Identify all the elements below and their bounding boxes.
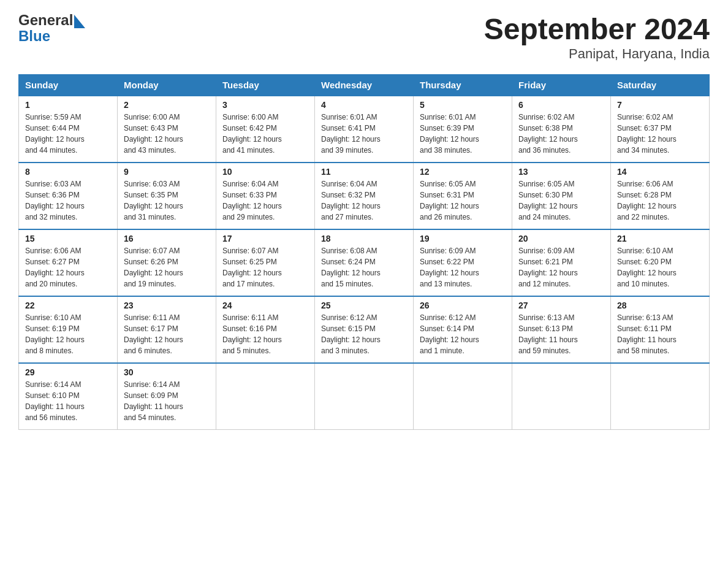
- day-number: 8: [25, 167, 111, 177]
- day-info: Sunrise: 6:09 AMSunset: 6:21 PMDaylight:…: [518, 245, 604, 289]
- weekday-header-tuesday: Tuesday: [216, 75, 315, 96]
- calendar-cell: 30Sunrise: 6:14 AMSunset: 6:09 PMDayligh…: [118, 363, 216, 430]
- day-info: Sunrise: 6:05 AMSunset: 6:31 PMDaylight:…: [420, 178, 506, 223]
- day-number: 14: [617, 167, 703, 177]
- day-info: Sunrise: 6:00 AMSunset: 6:43 PMDaylight:…: [124, 112, 210, 156]
- calendar-cell: 27Sunrise: 6:13 AMSunset: 6:13 PMDayligh…: [512, 296, 611, 363]
- logo-general-text: General: [18, 12, 73, 28]
- calendar-cell: 12Sunrise: 6:05 AMSunset: 6:31 PMDayligh…: [414, 163, 512, 229]
- day-info: Sunrise: 6:10 AMSunset: 6:19 PMDaylight:…: [25, 312, 111, 356]
- day-info: Sunrise: 6:04 AMSunset: 6:33 PMDaylight:…: [222, 178, 308, 223]
- day-number: 22: [25, 301, 111, 310]
- day-number: 12: [420, 167, 506, 177]
- day-info: Sunrise: 6:10 AMSunset: 6:20 PMDaylight:…: [617, 245, 703, 289]
- day-number: 27: [518, 301, 604, 310]
- day-number: 21: [617, 234, 703, 243]
- calendar-cell: [611, 363, 710, 430]
- weekday-header-monday: Monday: [118, 75, 216, 96]
- calendar-cell: 24Sunrise: 6:11 AMSunset: 6:16 PMDayligh…: [216, 296, 315, 363]
- day-info: Sunrise: 6:14 AMSunset: 6:09 PMDaylight:…: [124, 379, 210, 423]
- calendar-cell: [414, 363, 512, 430]
- calendar-cell: 13Sunrise: 6:05 AMSunset: 6:30 PMDayligh…: [512, 163, 611, 229]
- day-info: Sunrise: 6:07 AMSunset: 6:26 PMDaylight:…: [124, 245, 210, 289]
- day-info: Sunrise: 6:05 AMSunset: 6:30 PMDaylight:…: [518, 178, 604, 223]
- page-header: General Blue September 2024 Panipat, Har…: [18, 12, 710, 62]
- day-number: 20: [518, 234, 604, 243]
- calendar-cell: 14Sunrise: 6:06 AMSunset: 6:28 PMDayligh…: [611, 163, 710, 229]
- day-number: 18: [321, 234, 407, 243]
- day-info: Sunrise: 6:02 AMSunset: 6:38 PMDaylight:…: [518, 112, 604, 156]
- logo-triangle-icon: [74, 15, 85, 28]
- calendar-cell: 4Sunrise: 6:01 AMSunset: 6:41 PMDaylight…: [315, 96, 414, 163]
- weekday-header-row: SundayMondayTuesdayWednesdayThursdayFrid…: [19, 75, 710, 96]
- calendar-cell: [216, 363, 315, 430]
- day-info: Sunrise: 6:14 AMSunset: 6:10 PMDaylight:…: [25, 379, 111, 423]
- day-info: Sunrise: 6:11 AMSunset: 6:17 PMDaylight:…: [124, 312, 210, 356]
- calendar-cell: 16Sunrise: 6:07 AMSunset: 6:26 PMDayligh…: [118, 229, 216, 296]
- week-row-3: 15Sunrise: 6:06 AMSunset: 6:27 PMDayligh…: [19, 229, 710, 296]
- day-number: 17: [222, 234, 308, 243]
- day-number: 11: [321, 167, 407, 177]
- day-number: 9: [124, 167, 210, 177]
- day-info: Sunrise: 6:01 AMSunset: 6:41 PMDaylight:…: [321, 112, 407, 156]
- day-number: 19: [420, 234, 506, 243]
- day-info: Sunrise: 6:12 AMSunset: 6:15 PMDaylight:…: [321, 312, 407, 356]
- calendar-table: SundayMondayTuesdayWednesdayThursdayFrid…: [18, 74, 710, 430]
- day-number: 16: [124, 234, 210, 243]
- day-number: 7: [617, 100, 703, 110]
- calendar-cell: 11Sunrise: 6:04 AMSunset: 6:32 PMDayligh…: [315, 163, 414, 229]
- week-row-5: 29Sunrise: 6:14 AMSunset: 6:10 PMDayligh…: [19, 363, 710, 430]
- week-row-4: 22Sunrise: 6:10 AMSunset: 6:19 PMDayligh…: [19, 296, 710, 363]
- weekday-header-thursday: Thursday: [414, 75, 512, 96]
- title-block: September 2024 Panipat, Haryana, India: [484, 12, 710, 62]
- calendar-title: September 2024: [484, 12, 710, 46]
- calendar-body: 1Sunrise: 5:59 AMSunset: 6:44 PMDaylight…: [19, 96, 710, 430]
- weekday-header-saturday: Saturday: [611, 75, 710, 96]
- day-number: 6: [518, 100, 604, 110]
- day-number: 15: [25, 234, 111, 243]
- calendar-cell: 25Sunrise: 6:12 AMSunset: 6:15 PMDayligh…: [315, 296, 414, 363]
- calendar-cell: [512, 363, 611, 430]
- day-info: Sunrise: 6:01 AMSunset: 6:39 PMDaylight:…: [420, 112, 506, 156]
- calendar-cell: 28Sunrise: 6:13 AMSunset: 6:11 PMDayligh…: [611, 296, 710, 363]
- day-number: 1: [25, 100, 111, 110]
- calendar-cell: 19Sunrise: 6:09 AMSunset: 6:22 PMDayligh…: [414, 229, 512, 296]
- day-info: Sunrise: 6:11 AMSunset: 6:16 PMDaylight:…: [222, 312, 308, 356]
- day-number: 4: [321, 100, 407, 110]
- weekday-header-wednesday: Wednesday: [315, 75, 414, 96]
- day-number: 10: [222, 167, 308, 177]
- calendar-cell: 2Sunrise: 6:00 AMSunset: 6:43 PMDaylight…: [118, 96, 216, 163]
- day-number: 3: [222, 100, 308, 110]
- day-info: Sunrise: 6:13 AMSunset: 6:13 PMDaylight:…: [518, 312, 604, 356]
- calendar-cell: 1Sunrise: 5:59 AMSunset: 6:44 PMDaylight…: [19, 96, 118, 163]
- day-number: 25: [321, 301, 407, 310]
- day-info: Sunrise: 6:07 AMSunset: 6:25 PMDaylight:…: [222, 245, 308, 289]
- day-info: Sunrise: 6:03 AMSunset: 6:35 PMDaylight:…: [124, 178, 210, 223]
- day-info: Sunrise: 5:59 AMSunset: 6:44 PMDaylight:…: [25, 112, 111, 156]
- calendar-cell: 8Sunrise: 6:03 AMSunset: 6:36 PMDaylight…: [19, 163, 118, 229]
- day-info: Sunrise: 6:06 AMSunset: 6:28 PMDaylight:…: [617, 178, 703, 223]
- day-number: 30: [124, 367, 210, 377]
- calendar-cell: 18Sunrise: 6:08 AMSunset: 6:24 PMDayligh…: [315, 229, 414, 296]
- weekday-header-friday: Friday: [512, 75, 611, 96]
- day-number: 28: [617, 301, 703, 310]
- day-info: Sunrise: 6:00 AMSunset: 6:42 PMDaylight:…: [222, 112, 308, 156]
- day-number: 26: [420, 301, 506, 310]
- calendar-cell: 5Sunrise: 6:01 AMSunset: 6:39 PMDaylight…: [414, 96, 512, 163]
- weekday-header-sunday: Sunday: [19, 75, 118, 96]
- day-number: 23: [124, 301, 210, 310]
- calendar-cell: 6Sunrise: 6:02 AMSunset: 6:38 PMDaylight…: [512, 96, 611, 163]
- calendar-cell: 22Sunrise: 6:10 AMSunset: 6:19 PMDayligh…: [19, 296, 118, 363]
- week-row-2: 8Sunrise: 6:03 AMSunset: 6:36 PMDaylight…: [19, 163, 710, 229]
- calendar-cell: 7Sunrise: 6:02 AMSunset: 6:37 PMDaylight…: [611, 96, 710, 163]
- calendar-cell: 21Sunrise: 6:10 AMSunset: 6:20 PMDayligh…: [611, 229, 710, 296]
- calendar-cell: 3Sunrise: 6:00 AMSunset: 6:42 PMDaylight…: [216, 96, 315, 163]
- calendar-cell: 10Sunrise: 6:04 AMSunset: 6:33 PMDayligh…: [216, 163, 315, 229]
- day-number: 2: [124, 100, 210, 110]
- day-info: Sunrise: 6:02 AMSunset: 6:37 PMDaylight:…: [617, 112, 703, 156]
- calendar-subtitle: Panipat, Haryana, India: [484, 46, 710, 62]
- calendar-cell: 20Sunrise: 6:09 AMSunset: 6:21 PMDayligh…: [512, 229, 611, 296]
- day-number: 13: [518, 167, 604, 177]
- logo: General Blue: [18, 12, 85, 45]
- logo-blue-text: Blue: [18, 28, 73, 44]
